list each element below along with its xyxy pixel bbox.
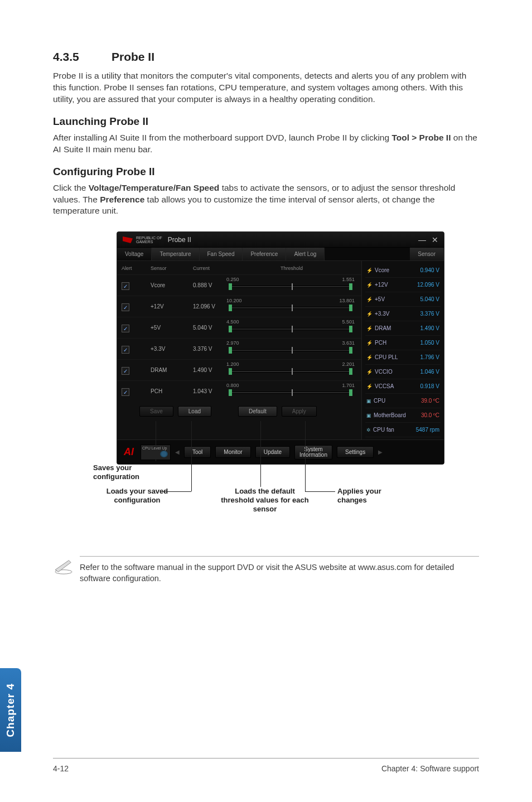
footer-page-number: 4-12 bbox=[53, 764, 69, 773]
load-button[interactable]: Load bbox=[178, 406, 211, 417]
bottom-launcher-bar: AI CPU Level Up ◀ Tool Monitor Update Sy… bbox=[117, 439, 444, 464]
slider-low: 10.200 bbox=[226, 298, 242, 303]
bolt-icon: ⚡ bbox=[366, 268, 373, 273]
minimize-icon[interactable]: — bbox=[418, 235, 426, 244]
window-titlebar[interactable]: REPUBLIC OF GAMERS Probe II — ✕ bbox=[117, 232, 444, 248]
threshold-slider[interactable]: 0.800 1.701 bbox=[226, 384, 357, 399]
bolt-icon: ⚡ bbox=[366, 369, 373, 375]
monitor-button[interactable]: Monitor bbox=[215, 446, 250, 458]
sensor-row: ⚡VCCIO1.046 V bbox=[365, 365, 441, 379]
row-value: 12.096 V bbox=[193, 303, 226, 310]
footer-chapter-title: Chapter 4: Software support bbox=[381, 764, 479, 773]
slider-high: 5.501 bbox=[342, 319, 355, 325]
tab-temperature[interactable]: Temperature bbox=[152, 248, 199, 260]
note-text: Refer to the software manual in the supp… bbox=[80, 562, 479, 584]
chip-icon: ▣ bbox=[366, 398, 371, 404]
alert-checkbox[interactable] bbox=[122, 346, 129, 354]
close-icon[interactable]: ✕ bbox=[432, 235, 438, 244]
sensor-row: ⚡PCH1.050 V bbox=[365, 336, 441, 350]
threshold-slider[interactable]: 4.500 5.501 bbox=[226, 320, 357, 336]
sensor-row: ⚡+12V12.096 V bbox=[365, 278, 441, 292]
sensor-row: ⚡Vcore0.940 V bbox=[365, 263, 441, 278]
voltage-row: DRAM 1.490 V 1.200 2.201 bbox=[117, 359, 361, 380]
bolt-icon: ⚡ bbox=[366, 355, 373, 360]
row-value: 5.040 V bbox=[193, 325, 226, 331]
tab-fan-speed[interactable]: Fan Speed bbox=[200, 248, 243, 260]
row-value: 0.888 V bbox=[193, 282, 226, 288]
settings-button[interactable]: Settings bbox=[337, 446, 374, 458]
configuring-text-1: Click the bbox=[53, 183, 89, 192]
voltage-grid: Alert Sensor Current Threshold Vcore 0.8… bbox=[117, 261, 361, 439]
configuring-paragraph: Click the Voltage/Temperature/Fan Speed … bbox=[53, 182, 479, 218]
tab-alert-log[interactable]: Alert Log bbox=[286, 248, 325, 260]
configuring-bold-2: Preference bbox=[100, 195, 144, 204]
window-title: Probe II bbox=[168, 236, 413, 244]
row-name: Vcore bbox=[151, 282, 193, 288]
alert-checkbox[interactable] bbox=[122, 325, 129, 332]
alert-checkbox[interactable] bbox=[122, 388, 129, 396]
alert-checkbox[interactable] bbox=[122, 303, 129, 311]
slider-high: 13.801 bbox=[339, 298, 355, 303]
sensor-row: ✲CPU fan5487 rpm bbox=[365, 423, 441, 437]
chip-icon: ▣ bbox=[366, 413, 371, 418]
row-value: 1.043 V bbox=[193, 388, 226, 394]
slider-low: 0.250 bbox=[226, 277, 239, 282]
tool-button[interactable]: Tool bbox=[184, 446, 211, 458]
grid-header-alert: Alert bbox=[122, 265, 151, 271]
slider-low: 0.800 bbox=[226, 383, 239, 388]
launching-heading: Launching Probe II bbox=[53, 115, 479, 128]
row-name: PCH bbox=[151, 388, 193, 394]
chevron-right-icon[interactable]: ▶ bbox=[378, 449, 383, 455]
alert-checkbox[interactable] bbox=[122, 367, 129, 375]
slider-low: 2.970 bbox=[226, 340, 239, 346]
voltage-row: PCH 1.043 V 0.800 1.701 bbox=[117, 380, 361, 402]
row-value: 3.376 V bbox=[193, 346, 226, 352]
callout-saves: Saves your configuration bbox=[93, 463, 154, 481]
tab-preference[interactable]: Preference bbox=[243, 248, 286, 260]
rog-logo-icon bbox=[123, 236, 133, 243]
default-button[interactable]: Default bbox=[238, 406, 277, 417]
tab-sensor[interactable]: Sensor bbox=[410, 248, 444, 260]
threshold-slider[interactable]: 10.200 13.801 bbox=[226, 299, 357, 315]
rog-brand-text: REPUBLIC OF GAMERS bbox=[136, 236, 162, 244]
page-footer: 4-12 Chapter 4: Software support bbox=[53, 758, 479, 773]
ai-suite-logo-icon[interactable]: AI bbox=[122, 445, 136, 460]
row-name: DRAM bbox=[151, 367, 193, 373]
sensor-row: ⚡DRAM1.490 V bbox=[365, 321, 441, 336]
bolt-icon: ⚡ bbox=[366, 311, 373, 317]
tabs-row: Voltage Temperature Fan Speed Preference… bbox=[117, 248, 444, 261]
launching-paragraph: After installing AI Suite II from the mo… bbox=[53, 132, 479, 156]
threshold-slider[interactable]: 1.200 2.201 bbox=[226, 363, 357, 378]
row-name: +3.3V bbox=[151, 346, 193, 352]
slider-low: 1.200 bbox=[226, 361, 239, 367]
configuring-heading: Configuring Probe II bbox=[53, 166, 479, 178]
tab-voltage[interactable]: Voltage bbox=[117, 248, 152, 260]
threshold-slider[interactable]: 2.970 3.631 bbox=[226, 341, 357, 357]
row-value: 1.490 V bbox=[193, 367, 226, 373]
apply-button[interactable]: Apply bbox=[282, 406, 317, 417]
slider-high: 1.551 bbox=[342, 277, 355, 282]
section-title-text: Probe II bbox=[112, 50, 154, 63]
alert-checkbox[interactable] bbox=[122, 282, 129, 290]
chapter-side-tab: Chapter 4 bbox=[0, 668, 21, 752]
system-info-button[interactable]: System Information bbox=[294, 445, 332, 460]
bolt-icon: ⚡ bbox=[366, 282, 373, 288]
sensor-row: ⚡CPU PLL1.796 V bbox=[365, 350, 441, 365]
sensor-row: ▣MotherBoard30.0 ºC bbox=[365, 408, 441, 423]
threshold-slider[interactable]: 0.250 1.551 bbox=[226, 278, 357, 293]
callout-loads-default: Loads the default threshold values for e… bbox=[220, 487, 309, 513]
voltage-row: +5V 5.040 V 4.500 5.501 bbox=[117, 317, 361, 338]
sensor-panel: ⚡Vcore0.940 V ⚡+12V12.096 V ⚡+5V5.040 V … bbox=[361, 261, 444, 439]
grid-header-current: Current bbox=[193, 265, 226, 271]
voltage-row: Vcore 0.888 V 0.250 1.551 bbox=[117, 274, 361, 296]
launching-bold: Tool > Probe II bbox=[391, 133, 451, 142]
save-button[interactable]: Save bbox=[139, 406, 173, 417]
voltage-row: +12V 12.096 V 10.200 13.801 bbox=[117, 296, 361, 317]
slider-high: 3.631 bbox=[342, 340, 355, 346]
bolt-icon: ⚡ bbox=[366, 340, 373, 346]
grid-header-row: Alert Sensor Current Threshold bbox=[117, 263, 361, 274]
grid-header-threshold: Threshold bbox=[226, 265, 357, 271]
slider-high: 1.701 bbox=[342, 383, 355, 388]
chevron-left-icon[interactable]: ◀ bbox=[175, 449, 180, 455]
row-name: +5V bbox=[151, 325, 193, 331]
